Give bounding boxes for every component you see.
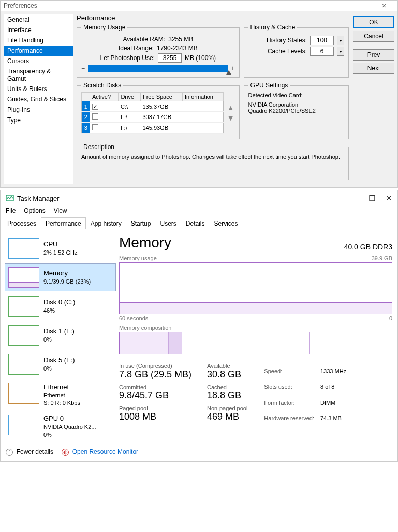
fewer-details-label: Fewer details — [17, 448, 53, 455]
resource-title: Ethernet — [43, 383, 80, 392]
move-up-icon[interactable]: ▲ — [227, 104, 235, 112]
sidebar-item-plug-ins[interactable]: Plug-Ins — [4, 105, 73, 115]
table-row[interactable]: 1✓C:\135.37GB — [82, 101, 224, 112]
info-cell — [182, 112, 223, 123]
menu-options[interactable]: Options — [24, 207, 45, 214]
slots-value: 8 of 8 — [320, 379, 351, 394]
preferences-titlebar: Preferences × — [1, 1, 397, 11]
description-legend: Description — [81, 143, 116, 151]
gpu-vendor: NVIDIA Corporation — [248, 101, 344, 108]
task-manager-window: Task Manager — ☐ ✕ FileOptionsView Proce… — [0, 190, 398, 462]
drive-cell: F:\ — [119, 123, 141, 134]
info-cell — [182, 123, 223, 134]
active-cell[interactable] — [90, 112, 119, 123]
checkbox-icon[interactable] — [92, 113, 98, 120]
close-icon[interactable]: ✕ — [386, 194, 392, 203]
description-text: Amount of memory assigned to Photoshop. … — [81, 154, 344, 160]
let-use-label: Let Photoshop Use: — [100, 54, 155, 62]
ok-button[interactable]: OK — [353, 16, 394, 28]
sidebar-item-transparency-gamut[interactable]: Transparency & Gamut — [4, 66, 73, 84]
memory-usage-chart — [119, 262, 392, 314]
sidebar-item-file-handling[interactable]: File Handling — [4, 35, 73, 46]
resource-detail: Memory 40.0 GB DDR3 Memory usage 39.9 GB… — [116, 234, 392, 443]
scratch-disks-legend: Scratch Disks — [81, 82, 123, 89]
spinner-icon[interactable]: ▸ — [337, 47, 344, 56]
tab-app-history[interactable]: App history — [86, 217, 126, 229]
menu-file[interactable]: File — [6, 207, 16, 214]
speed-label: Speed: — [264, 364, 319, 378]
committed-label: Committed — [119, 384, 191, 390]
tab-startup[interactable]: Startup — [126, 217, 156, 229]
paged-label: Paged pool — [119, 405, 191, 411]
resource-item-gpu-0[interactable]: GPU 0NVIDIA Quadro K2...0% — [5, 411, 116, 441]
task-manager-menubar: FileOptionsView — [1, 206, 397, 217]
tab-services[interactable]: Services — [210, 217, 243, 229]
maximize-icon[interactable]: ☐ — [368, 194, 375, 203]
tab-performance[interactable]: Performance — [41, 217, 86, 229]
form-label: Form factor: — [264, 395, 319, 410]
resource-item-ethernet[interactable]: EthernetEthernetS: 0 R: 0 Kbps — [5, 379, 116, 410]
cancel-button[interactable]: Cancel — [353, 31, 394, 42]
nonpaged-label: Non-paged pool — [207, 405, 247, 411]
active-cell[interactable] — [90, 123, 119, 134]
memory-slider[interactable] — [88, 65, 228, 72]
drive-cell: C:\ — [119, 101, 141, 112]
slots-label: Slots used: — [264, 379, 319, 394]
memory-composition-chart — [119, 332, 392, 354]
task-manager-icon — [6, 194, 14, 202]
resource-sub2: S: 0 R: 0 Kbps — [43, 399, 80, 406]
resource-thumb — [8, 267, 39, 288]
table-row[interactable]: 3F:\145.93GB — [82, 123, 224, 134]
sidebar-item-general[interactable]: General — [4, 14, 73, 25]
close-icon[interactable]: × — [374, 2, 394, 10]
sidebar-item-interface[interactable]: Interface — [4, 25, 73, 35]
next-button[interactable]: Next — [353, 63, 394, 74]
tab-users[interactable]: Users — [155, 217, 181, 229]
table-row[interactable]: 2E:\3037.17GB — [82, 112, 224, 123]
open-resource-monitor-link[interactable]: ◐ Open Resource Monitor — [62, 448, 138, 456]
cached-value: 18.8 GB — [207, 390, 247, 401]
row-index: 1 — [82, 101, 90, 112]
preferences-window: Preferences × GeneralInterfaceFile Handl… — [0, 0, 398, 188]
active-cell[interactable]: ✓ — [90, 101, 119, 112]
hw-reserved-label: Hardware reserved: — [264, 411, 319, 425]
resource-sub2: 0% — [43, 431, 96, 438]
resource-title: Disk 1 (F:) — [43, 327, 75, 336]
sidebar-item-performance[interactable]: Performance — [4, 46, 73, 56]
resource-item-disk-0-c-[interactable]: Disk 0 (C:)46% — [5, 292, 116, 320]
sidebar-item-units-rulers[interactable]: Units & Rulers — [4, 84, 73, 94]
cache-levels-input[interactable] — [310, 47, 334, 56]
resource-thumb — [8, 383, 39, 404]
let-use-input[interactable] — [158, 53, 182, 63]
resource-item-disk-1-f-[interactable]: Disk 1 (F:)0% — [5, 321, 116, 349]
nonpaged-value: 469 MB — [207, 411, 247, 422]
checkbox-icon[interactable]: ✓ — [92, 104, 98, 110]
sidebar-item-guides-grid-slices[interactable]: Guides, Grid & Slices — [4, 94, 73, 105]
move-down-icon[interactable]: ▼ — [227, 114, 235, 122]
task-manager-footer: ˄ Fewer details ◐ Open Resource Monitor — [1, 443, 397, 461]
sidebar-item-cursors[interactable]: Cursors — [4, 56, 73, 66]
free-space-cell: 135.37GB — [140, 101, 182, 112]
resource-item-cpu[interactable]: CPU2% 1.52 GHz — [5, 234, 116, 262]
hw-reserved-value: 74.3 MB — [320, 411, 351, 425]
resource-item-memory[interactable]: Memory9.1/39.9 GB (23%) — [5, 263, 116, 291]
tab-details[interactable]: Details — [181, 217, 210, 229]
fewer-details-button[interactable]: ˄ Fewer details — [6, 448, 53, 456]
sidebar-item-type[interactable]: Type — [4, 115, 73, 125]
prev-button[interactable]: Prev — [353, 49, 394, 61]
resource-thumb — [8, 238, 39, 259]
preferences-title: Preferences — [4, 2, 37, 9]
history-states-input[interactable] — [310, 36, 334, 45]
slider-handle-icon[interactable] — [226, 70, 231, 75]
usage-chart-max: 39.9 GB — [372, 255, 392, 261]
row-index: 3 — [82, 123, 90, 134]
resource-item-disk-5-e-[interactable]: Disk 5 (E:)0% — [5, 350, 116, 378]
checkbox-icon[interactable] — [92, 124, 98, 130]
tab-processes[interactable]: Processes — [3, 217, 41, 229]
gpu-card: Quadro K2200/PCIe/SSE2 — [248, 108, 344, 114]
minimize-icon[interactable]: — — [350, 194, 358, 203]
scratch-disks-group: Scratch Disks Active?DriveFree SpaceInfo… — [77, 82, 240, 139]
menu-view[interactable]: View — [54, 207, 67, 214]
memory-usage-legend: Memory Usage — [81, 24, 127, 31]
spinner-icon[interactable]: ▸ — [337, 36, 344, 45]
